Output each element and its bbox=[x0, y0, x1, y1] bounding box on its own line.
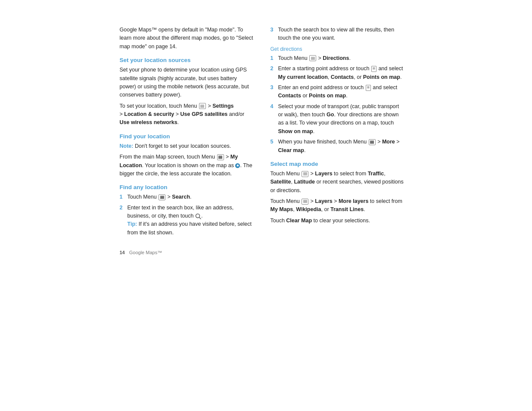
search-magnify-icon bbox=[195, 213, 201, 219]
find-any-location-step3: 3 Touch the search box to view all the r… bbox=[271, 26, 404, 43]
step-num-3-right: 3 bbox=[271, 26, 276, 43]
right-column: 3 Touch the search box to view all the r… bbox=[271, 26, 404, 255]
dir-step-num-4: 4 bbox=[271, 103, 276, 136]
set-location-heading: Set your location sources bbox=[120, 57, 253, 63]
tip-label: Tip: bbox=[128, 221, 137, 227]
find-location-heading: Find your location bbox=[120, 133, 253, 140]
svg-line-1 bbox=[199, 217, 201, 219]
menu-icon-dir bbox=[309, 55, 316, 61]
dir-step-num-2: 2 bbox=[271, 65, 276, 81]
content-wrapper: Google Maps™ opens by default in "Map mo… bbox=[120, 26, 413, 255]
get-directions-heading: Get directions bbox=[271, 46, 404, 52]
dir-step-1-text: Touch Menu > Directions. bbox=[278, 54, 351, 62]
location-dot-icon bbox=[235, 163, 240, 168]
select-map-para3: Touch Clear Map to clear your selections… bbox=[271, 217, 404, 225]
find-any-location-heading: Find any location bbox=[120, 184, 253, 190]
dir-step-2-text: Enter a starting point address or touch … bbox=[278, 65, 404, 81]
page-footer: 14 Google Maps™ bbox=[120, 250, 253, 255]
note-label: Note: bbox=[120, 143, 134, 149]
select-map-para1: Touch Menu > Layers to select from Traff… bbox=[271, 170, 404, 195]
page-number: 14 bbox=[120, 250, 125, 255]
menu-icon-search bbox=[159, 194, 165, 200]
tip-block: Tip: If it's an address you have visited… bbox=[128, 213, 252, 236]
select-map-mode-heading: Select map mode bbox=[271, 161, 404, 167]
dir-step-4: 4 Select your mode of transport (car, pu… bbox=[271, 103, 404, 136]
dir-step-5-text: When you have finished, touch Menu > Mor… bbox=[278, 138, 404, 155]
intro-text: Google Maps™ opens by default in "Map mo… bbox=[120, 26, 253, 51]
dir-step-5: 5 When you have finished, touch Menu > M… bbox=[271, 138, 404, 155]
doc-icon-2: ⊞ bbox=[366, 85, 371, 91]
find-step-3-text: Touch the search box to view all the res… bbox=[278, 26, 404, 43]
menu-icon-settings bbox=[199, 103, 206, 109]
step-num-1: 1 bbox=[120, 193, 125, 201]
footer-title: Google Maps™ bbox=[129, 250, 162, 255]
step-num-2: 2 bbox=[120, 204, 125, 237]
dir-step-num-3: 3 bbox=[271, 84, 276, 100]
menu-icon-more bbox=[369, 139, 376, 145]
left-column: Google Maps™ opens by default in "Map mo… bbox=[120, 26, 253, 255]
dir-step-4-text: Select your mode of transport (car, publ… bbox=[278, 103, 404, 136]
find-location-para: From the main Map screen, touch Menu > M… bbox=[120, 153, 253, 178]
get-directions-list: 1 Touch Menu > Directions. 2 Enter a sta… bbox=[271, 54, 404, 155]
menu-icon-layers1 bbox=[302, 171, 308, 177]
doc-icon-1: ⊞ bbox=[371, 66, 376, 72]
find-any-location-list: 1 Touch Menu > Search. 2 Enter text in t… bbox=[120, 193, 253, 237]
dir-step-num-1: 1 bbox=[271, 54, 276, 62]
set-location-para1: Set your phone to determine your locatio… bbox=[120, 66, 253, 100]
menu-icon-layers2 bbox=[302, 199, 308, 205]
find-location-note: Note: Don't forget to set your location … bbox=[120, 142, 253, 150]
dir-step-1: 1 Touch Menu > Directions. bbox=[271, 54, 404, 62]
select-map-para2: Touch Menu > Layers > More layers to sel… bbox=[271, 197, 404, 214]
find-step-2: 2 Enter text in the search box, like an … bbox=[120, 204, 253, 237]
page: Google Maps™ opens by default in "Map mo… bbox=[0, 0, 532, 411]
menu-icon-myloc bbox=[217, 154, 224, 160]
find-step-3: 3 Touch the search box to view all the r… bbox=[271, 26, 404, 43]
set-location-para2: To set your location, touch Menu > Setti… bbox=[120, 102, 253, 127]
dir-step-num-5: 5 bbox=[271, 138, 276, 155]
dir-step-3-text: Enter an end point address or touch ⊞ an… bbox=[278, 84, 404, 100]
dir-step-2: 2 Enter a starting point address or touc… bbox=[271, 65, 404, 81]
dir-step-3: 3 Enter an end point address or touch ⊞ … bbox=[271, 84, 404, 100]
find-step-1-text: Touch Menu > Search. bbox=[128, 193, 192, 201]
find-step-2-text: Enter text in the search box, like an ad… bbox=[128, 204, 253, 237]
find-step-1: 1 Touch Menu > Search. bbox=[120, 193, 253, 201]
